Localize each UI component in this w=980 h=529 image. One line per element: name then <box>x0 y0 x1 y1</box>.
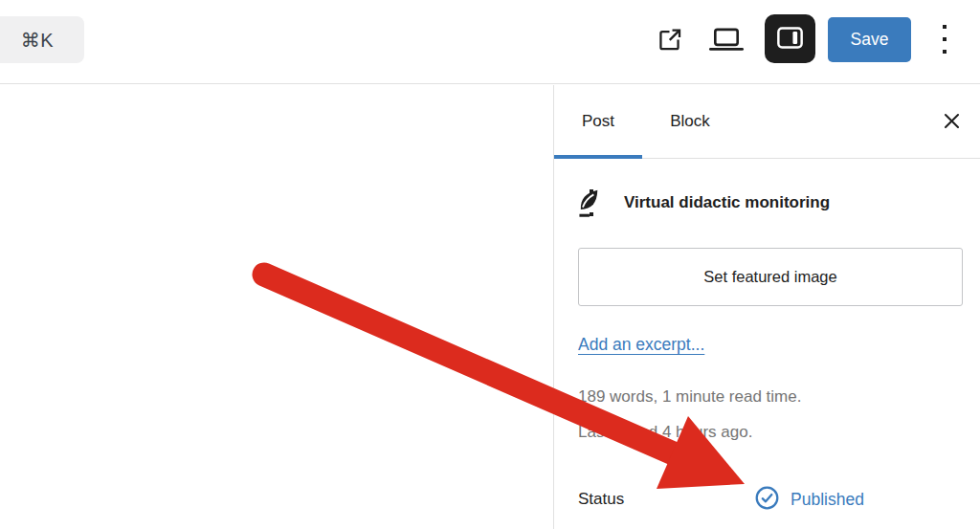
save-button-label: Save <box>851 30 889 50</box>
view-post-button[interactable] <box>647 19 691 63</box>
add-excerpt-link[interactable]: Add an excerpt... <box>578 335 704 355</box>
tab-post-label: Post <box>582 112 614 131</box>
set-featured-image-label: Set featured image <box>703 268 836 286</box>
status-row: Status Published <box>578 485 959 514</box>
command-palette-label: ⌘K <box>21 29 54 52</box>
sidebar-panel-icon <box>777 27 803 52</box>
tab-block[interactable]: Block <box>642 85 738 158</box>
kebab-menu-icon <box>943 25 947 54</box>
preview-button[interactable] <box>702 19 751 63</box>
external-link-icon <box>656 26 683 56</box>
post-summary-card: Virtual didactic monitoring <box>575 183 967 223</box>
close-icon <box>943 112 961 133</box>
post-actions-menu-button[interactable] <box>575 184 608 222</box>
check-circle-icon <box>754 485 780 514</box>
status-value: Published <box>791 490 864 510</box>
word-count-text: 189 words, 1 minute read time. <box>578 387 801 407</box>
tab-post[interactable]: Post <box>554 85 642 158</box>
status-label: Status <box>578 490 754 509</box>
options-menu-button[interactable] <box>928 16 961 62</box>
laptop-icon <box>708 27 745 55</box>
editor-top-bar: ⌘K Save <box>0 0 980 84</box>
last-edited-text: Last edited 4 hours ago. <box>578 423 752 442</box>
sidebar-tabs: Post Block <box>554 85 980 159</box>
settings-sidebar: Post Block Virtual didactic monitoring <box>553 85 980 529</box>
save-button[interactable]: Save <box>828 17 911 62</box>
post-status-button[interactable]: Published <box>754 485 864 514</box>
post-title: Virtual didactic monitoring <box>624 193 967 212</box>
tab-block-label: Block <box>670 112 710 131</box>
close-sidebar-button[interactable] <box>936 107 967 138</box>
kebab-menu-icon <box>590 189 593 216</box>
settings-sidebar-toggle-button[interactable] <box>765 14 815 63</box>
command-palette-button[interactable]: ⌘K <box>0 16 84 63</box>
set-featured-image-button[interactable]: Set featured image <box>578 248 963 306</box>
